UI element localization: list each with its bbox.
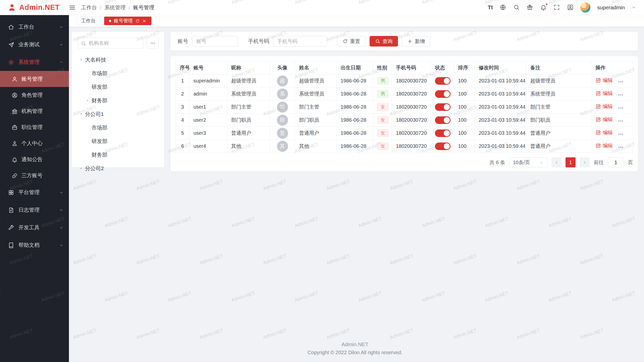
sidebar-item-1[interactable]: 业务测试 [0,36,69,53]
tree-node-0[interactable]: 大名科技 [77,53,159,67]
search-icon[interactable] [513,4,520,11]
avatar: 系 [277,88,288,100]
caret-right-icon[interactable] [77,166,85,170]
status-toggle[interactable] [435,90,451,98]
edit-button[interactable]: 编辑 [595,142,613,149]
sidebar-item-4[interactable]: 日志管理 [0,201,69,219]
edit-button[interactable]: 编辑 [595,103,613,110]
add-button[interactable]: 新增 [402,36,430,47]
sidebar-subitem-2-4[interactable]: 个人中心 [0,135,69,151]
tab-refresh-icon[interactable] [135,19,140,23]
layout-config-icon[interactable] [567,4,574,11]
cell-gender: 女 [373,127,392,140]
cell-remark: 部门主管 [526,101,591,114]
tree-node-3[interactable]: 财务部 [77,94,159,107]
username[interactable]: superadmin [597,5,625,11]
sidebar-subitem-2-0[interactable]: 账号管理 [0,71,69,87]
edit-button[interactable]: 编辑 [595,129,613,136]
reset-button[interactable]: 重置 [337,36,366,47]
edit-button[interactable]: 编辑 [595,90,613,97]
more-actions-button[interactable] [618,144,624,150]
notification-icon[interactable] [540,4,547,11]
tab-account-management[interactable]: 账号管理 [104,17,151,25]
more-actions-button[interactable] [618,92,624,98]
tree-node-6[interactable]: 研发部 [77,134,159,148]
status-toggle[interactable] [435,116,451,124]
sidebar-item-2[interactable]: 系统管理 [0,53,69,71]
locale-icon[interactable] [500,4,506,11]
search-button[interactable]: 查询 [370,36,398,47]
sidebar-subitem-label: 通知公告 [21,156,43,163]
sidebar-subitem-2-1[interactable]: 角色管理 [0,87,69,103]
phone-input[interactable] [273,36,327,47]
breadcrumb-item-workbench[interactable]: 工作台 [81,4,97,11]
sidebar-item-0[interactable]: 工作台 [0,18,69,36]
caret-right-icon[interactable] [84,98,92,103]
gender-tag: 男 [377,77,389,85]
cell-status [431,140,454,153]
tab-close-icon[interactable] [142,19,146,23]
more-actions-button[interactable] [618,118,624,124]
sidebar-item-5[interactable]: 开发工具 [0,219,69,236]
app-header: Admin.NET 工作台 / 系统管理 / 账号管理 Tt superadmi… [0,0,644,15]
caret-down-icon[interactable] [77,112,85,116]
goto-page-input[interactable] [608,157,624,167]
tree-node-7[interactable]: 财务部 [77,148,159,162]
status-toggle[interactable] [435,103,451,111]
header-actions: Tt superadmin [488,3,644,13]
cell-sort: 100 [454,127,475,140]
cell-phone: 18020030720 [392,140,431,153]
edit-button[interactable]: 编辑 [595,77,613,84]
current-page-button[interactable]: 1 [566,157,576,167]
account-input[interactable] [192,36,238,47]
sidebar-item-label: 平台管理 [18,189,39,196]
sidebar-item-label: 业务测试 [18,41,39,48]
status-toggle[interactable] [435,129,451,137]
cell-status [431,127,454,140]
sidebar-item-6[interactable]: 帮助文档 [0,236,69,254]
cell-actions: 编辑 [591,140,633,153]
cell-actions: 编辑 [591,87,633,101]
font-size-icon[interactable]: Tt [488,4,493,11]
tree-node-1[interactable]: 市场部 [77,67,159,80]
page-size-select[interactable]: 10条/页 [509,157,547,167]
gender-tag: 男 [377,90,389,98]
tree-node-2[interactable]: 研发部 [77,80,159,94]
cell-nickname: 部门主管 [227,101,270,114]
sidebar-subitem-2-5[interactable]: 通知公告 [0,151,69,167]
sidebar-item-3[interactable]: 平台管理 [0,184,69,201]
sidebar-subitem-label: 职位管理 [21,124,43,131]
collapse-menu-icon[interactable] [69,4,75,11]
sidebar-subitem-2-6[interactable]: 三方账号 [0,167,69,184]
fullscreen-icon[interactable] [553,4,560,11]
org-search-input[interactable] [77,37,143,49]
theme-icon[interactable] [527,4,533,11]
tree-node-8[interactable]: 分公司2 [77,162,159,175]
tree-node-4[interactable]: 分公司1 [77,107,159,121]
more-actions-button[interactable] [618,131,624,137]
cell-seq: 1 [176,74,189,87]
query-panel: 账号 手机号码 重置 查询 新增 [171,32,638,51]
caret-down-icon[interactable] [77,58,85,62]
tree-more-button[interactable] [147,37,159,49]
prev-page-button[interactable] [551,157,561,167]
bell-icon [12,156,18,163]
more-actions-button[interactable] [618,79,624,85]
user-avatar[interactable] [580,3,590,13]
cell-seq: 2 [176,87,189,101]
cell-actions: 编辑 [591,114,633,127]
user-menu-chevron-icon[interactable] [632,5,636,10]
next-page-button[interactable] [580,157,590,167]
grid-icon [8,189,14,196]
status-toggle[interactable] [435,77,451,85]
sidebar-subitem-2-3[interactable]: 职位管理 [0,119,69,135]
more-actions-button[interactable] [618,105,624,111]
tabs-bar: 工作台 账号管理 [69,15,644,27]
status-toggle[interactable] [435,143,451,150]
tree-node-5[interactable]: 市场部 [77,121,159,134]
tab-workbench[interactable]: 工作台 [76,17,100,25]
breadcrumb-item-system[interactable]: 系统管理 [104,4,126,11]
home-icon [8,24,14,30]
edit-button[interactable]: 编辑 [595,116,613,123]
sidebar-subitem-2-2[interactable]: 机构管理 [0,103,69,119]
